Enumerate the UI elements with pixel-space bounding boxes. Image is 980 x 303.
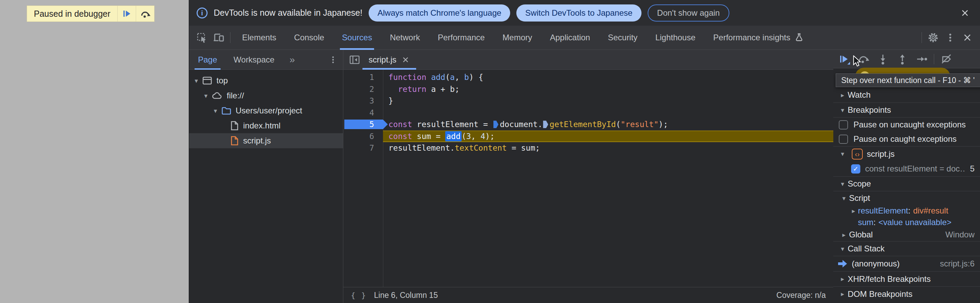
- code-text[interactable]: [383, 107, 833, 119]
- tab-performance[interactable]: Performance: [429, 25, 493, 50]
- section-scope[interactable]: ▾ Scope: [833, 176, 980, 191]
- infobar-message: DevTools is now available in Japanese!: [214, 8, 363, 18]
- tree-item-index-html[interactable]: index.html: [189, 118, 343, 133]
- var-value: <value unavailable>: [878, 217, 951, 227]
- tab-performance-insights[interactable]: Performance insights: [705, 25, 813, 50]
- code-line: 7resultElement.textContent = sum;: [343, 142, 833, 154]
- infobar-close-button[interactable]: [958, 5, 972, 21]
- line-number-gutter[interactable]: 7: [343, 142, 383, 154]
- inline-breakpoint-marker-icon[interactable]: [543, 121, 548, 128]
- step-over-banner-button[interactable]: [136, 6, 154, 22]
- section-call-stack[interactable]: ▾ Call Stack: [833, 241, 980, 256]
- dont-show-again-button[interactable]: Don't show again: [648, 5, 729, 22]
- tab-memory[interactable]: Memory: [494, 25, 541, 50]
- file-tab-close-button[interactable]: [402, 56, 409, 63]
- code-token: getElementById: [549, 120, 616, 129]
- hide-navigator-button[interactable]: [347, 52, 363, 68]
- section-dom-breakpoints[interactable]: ▸ DOM Breakpoints: [833, 286, 980, 301]
- code-text[interactable]: const sum = add(3, 4);: [383, 130, 833, 143]
- tab-console[interactable]: Console: [285, 25, 333, 50]
- line-number-gutter[interactable]: 1: [343, 71, 383, 83]
- navigator-tabstrip: Page Workspace »: [189, 50, 343, 70]
- scope-script-group[interactable]: ▾ Script: [833, 191, 980, 205]
- tab-application[interactable]: Application: [541, 25, 599, 50]
- device-toolbar-button[interactable]: [210, 29, 228, 46]
- code-text[interactable]: const resultElement = document.getElemen…: [383, 119, 833, 130]
- paused-message-area: Step over next function call - F10 - ⌘ ': [833, 68, 980, 87]
- devtools-close-button[interactable]: [959, 29, 976, 46]
- editor-tabstrip: script.js: [343, 50, 833, 70]
- code-token: }: [388, 96, 393, 105]
- tab-sources[interactable]: Sources: [333, 25, 381, 50]
- more-options-button[interactable]: [942, 29, 959, 46]
- close-icon: [402, 56, 409, 63]
- code-text[interactable]: }: [383, 95, 833, 107]
- section-watch[interactable]: ▸ Watch: [833, 87, 980, 103]
- line-number-gutter[interactable]: 3: [343, 95, 383, 107]
- tree-item-project-folder[interactable]: ▾ Users/user/project: [189, 103, 343, 118]
- code-token: const: [388, 120, 412, 129]
- section-label: Breakpoints: [848, 105, 891, 115]
- line-number-gutter[interactable]: 2: [343, 83, 383, 95]
- file-tab-script-js[interactable]: script.js: [363, 50, 416, 70]
- tree-item-top[interactable]: ▾ top: [189, 73, 343, 88]
- code-token: sum =: [412, 132, 445, 141]
- step-over-button[interactable]: [854, 51, 872, 67]
- pause-uncaught-exceptions-row[interactable]: Pause on uncaught exceptions: [833, 117, 980, 132]
- breakpoint-entry[interactable]: ✓ const resultElement = doc… 5: [833, 161, 980, 176]
- inspect-element-button[interactable]: [193, 29, 210, 46]
- line-number-gutter[interactable]: 6: [343, 130, 383, 143]
- toolbar-divider: [921, 32, 922, 43]
- call-stack-frame[interactable]: (anonymous) script.js:6: [833, 256, 980, 271]
- tab-page[interactable]: Page: [197, 50, 218, 70]
- tab-performance-insights-label: Performance insights: [713, 33, 790, 42]
- navigator-menu-button[interactable]: [329, 56, 343, 64]
- code-text[interactable]: function add(a, b) {: [383, 71, 833, 83]
- coverage-status[interactable]: Coverage: n/a: [776, 291, 826, 300]
- breakpoint-file-group[interactable]: ▾ ‹› script.js: [833, 146, 980, 161]
- cursor-position: Line 6, Column 15: [374, 291, 438, 300]
- tab-elements[interactable]: Elements: [233, 25, 285, 50]
- always-match-language-button[interactable]: Always match Chrome's language: [369, 5, 510, 22]
- code-token: [426, 73, 431, 82]
- scope-var-sum[interactable]: sum: <value unavailable>: [833, 217, 980, 228]
- tree-item-script-js[interactable]: script.js: [189, 133, 343, 148]
- code-text[interactable]: resultElement.textContent = sum;: [383, 142, 833, 154]
- scope-group-label: Global: [849, 230, 873, 240]
- script-file-badge-icon: ‹›: [852, 149, 863, 160]
- line-number-gutter[interactable]: 4: [343, 107, 383, 119]
- settings-button[interactable]: [924, 29, 942, 46]
- step-out-button[interactable]: [893, 51, 911, 67]
- resume-button[interactable]: [835, 51, 853, 67]
- pause-caught-exceptions-row[interactable]: Pause on caught exceptions: [833, 132, 980, 146]
- tab-security[interactable]: Security: [599, 25, 647, 50]
- step-into-button[interactable]: [873, 51, 892, 67]
- switch-to-japanese-button[interactable]: Switch DevTools to Japanese: [516, 5, 641, 22]
- tab-lighthouse[interactable]: Lighthouse: [646, 25, 704, 50]
- resume-script-button[interactable]: [117, 6, 136, 22]
- scope-var-resultelement[interactable]: ▸ resultElement: div#result: [833, 205, 980, 217]
- pretty-print-icon[interactable]: { }: [351, 291, 367, 300]
- section-breakpoints[interactable]: ▾ Breakpoints: [833, 103, 980, 117]
- code-text[interactable]: return a + b;: [383, 83, 833, 95]
- code-token: resultElement.: [388, 143, 455, 152]
- section-xhr-breakpoints[interactable]: ▸ XHR/fetch Breakpoints: [833, 271, 980, 286]
- code-editor: 1function add(a, b) {2 return a + b;3}45…: [343, 70, 833, 287]
- checkbox-unchecked[interactable]: [839, 120, 848, 130]
- step-button[interactable]: [913, 51, 931, 67]
- checkbox-checked[interactable]: ✓: [851, 164, 860, 173]
- step-into-icon: [877, 53, 889, 65]
- scope-global-group[interactable]: ▸ Global Window: [833, 228, 980, 241]
- execution-line-gutter[interactable]: 5: [343, 119, 383, 130]
- var-name: sum: [858, 217, 873, 227]
- inline-breakpoint-marker-icon[interactable]: [493, 121, 498, 128]
- flask-icon: [794, 33, 804, 42]
- panel-collapse-icon: [349, 55, 360, 65]
- tab-network[interactable]: Network: [381, 25, 429, 50]
- tab-workspace[interactable]: Workspace: [232, 50, 276, 70]
- tree-item-label: script.js: [243, 136, 271, 146]
- checkbox-unchecked[interactable]: [839, 135, 848, 144]
- deactivate-breakpoints-button[interactable]: [937, 51, 955, 67]
- more-tabs-button[interactable]: »: [290, 54, 295, 65]
- tree-item-file-scheme[interactable]: ▾ file://: [189, 88, 343, 103]
